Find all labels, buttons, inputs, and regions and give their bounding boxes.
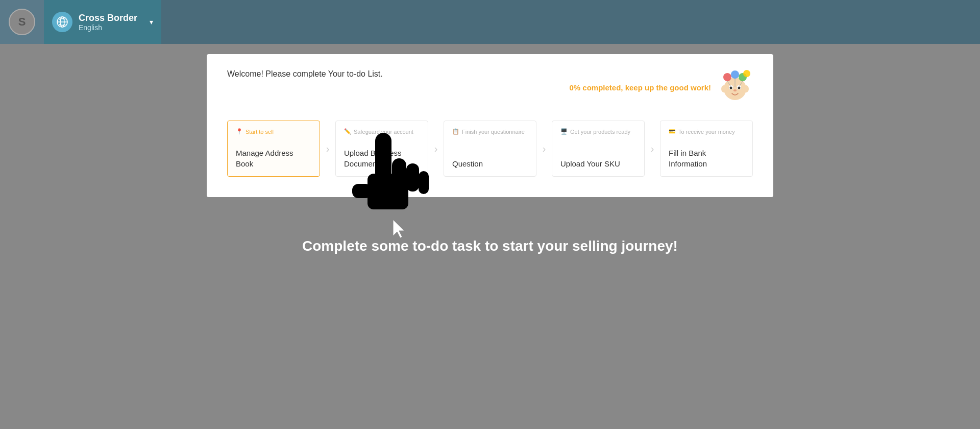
topbar: S Cross Border English ▾ — [0, 0, 980, 44]
step-money-title: Fill in Bank Information — [669, 148, 744, 169]
svg-marker-24 — [393, 220, 404, 238]
progress-section: 0% completed, keep up the good work! — [569, 69, 753, 105]
svg-point-9 — [723, 73, 731, 81]
brand-language: English — [79, 23, 137, 32]
step-money[interactable]: 💳 To receive your money Fill in Bank Inf… — [660, 121, 753, 177]
brand-name: Cross Border — [79, 13, 137, 23]
step-products-label: 🖥️ Get your products ready — [560, 128, 636, 135]
step-products[interactable]: 🖥️ Get your products ready Upload Your S… — [552, 121, 645, 177]
step-safeguard-title: Upload Business Document — [344, 148, 420, 169]
arrow-4: › — [645, 143, 660, 155]
bottom-text: Complete some to-do task to start your s… — [302, 238, 678, 254]
svg-point-16 — [721, 85, 726, 92]
brand-text: Cross Border English — [79, 13, 137, 32]
brand-section[interactable]: Cross Border English ▾ — [44, 0, 161, 44]
arrow-1: › — [320, 143, 335, 155]
step-sell-label: 📍 Start to sell — [236, 128, 311, 135]
progress-text: 0% completed, keep up the good work! — [569, 83, 711, 92]
brand-icon — [52, 12, 72, 32]
svg-point-12 — [743, 70, 750, 77]
step-questionnaire[interactable]: 📋 Finish your questionnaire Question — [444, 121, 536, 177]
step-sell-title: Manage Address Book — [236, 148, 311, 169]
welcome-text: Welcome! Please complete Your to-do List… — [227, 69, 383, 79]
questionnaire-icon: 📋 — [452, 128, 459, 135]
mascot — [717, 69, 753, 105]
step-questionnaire-label: 📋 Finish your questionnaire — [452, 128, 528, 135]
dropdown-arrow[interactable]: ▾ — [150, 18, 153, 26]
arrow-3: › — [536, 143, 552, 155]
arrow-2: › — [428, 143, 444, 155]
svg-point-10 — [731, 70, 739, 79]
step-money-label: 💳 To receive your money — [669, 128, 744, 135]
step-safeguard[interactable]: ✏️ Safeguard your account Upload Busines… — [335, 121, 428, 177]
pin-icon: 📍 — [236, 128, 243, 135]
svg-point-17 — [744, 85, 749, 92]
products-icon: 🖥️ — [560, 128, 568, 135]
shield-icon: ✏️ — [344, 128, 351, 135]
svg-point-8 — [733, 89, 737, 91]
main-content: Welcome! Please complete Your to-do List… — [0, 44, 980, 429]
cursor-arrow — [393, 220, 408, 238]
step-sell[interactable]: 📍 Start to sell Manage Address Book — [227, 121, 320, 177]
step-safeguard-label: ✏️ Safeguard your account — [344, 128, 420, 135]
step-questionnaire-title: Question — [452, 158, 528, 169]
bank-icon: 💳 — [669, 128, 676, 135]
todo-header: Welcome! Please complete Your to-do List… — [227, 69, 753, 105]
steps-row: 📍 Start to sell Manage Address Book › ✏️… — [227, 121, 753, 177]
todo-card: Welcome! Please complete Your to-do List… — [207, 54, 773, 197]
step-products-title: Upload Your SKU — [560, 158, 636, 169]
avatar-letter: S — [18, 15, 26, 29]
avatar: S — [9, 9, 35, 35]
avatar-section: S — [0, 0, 44, 44]
